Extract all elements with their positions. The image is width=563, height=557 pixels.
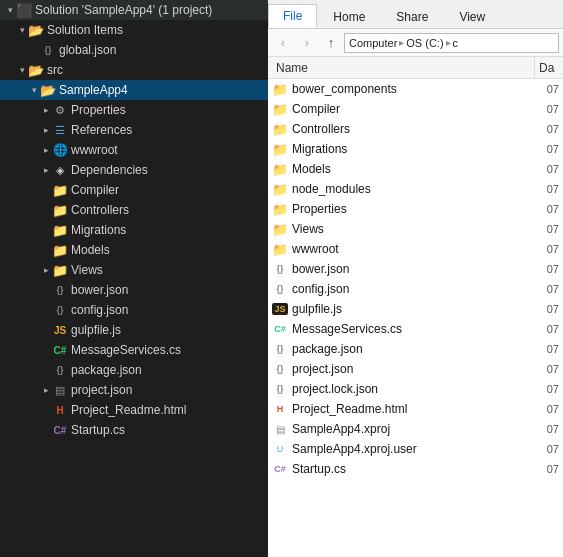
- file-row-Project_Readme-html[interactable]: HProject_Readme.html07: [268, 399, 563, 419]
- chevron-migrations[interactable]: [40, 224, 52, 236]
- tree-item-bower-json[interactable]: {}bower.json: [0, 280, 268, 300]
- ribbon-tab-share[interactable]: Share: [381, 4, 443, 28]
- tree-label-controllers: Controllers: [71, 203, 129, 217]
- tree-item-models[interactable]: 📁Models: [0, 240, 268, 260]
- chevron-properties[interactable]: [40, 104, 52, 116]
- chevron-solution[interactable]: [4, 4, 16, 16]
- file-row-project-lock-json[interactable]: {}project.lock.json07: [268, 379, 563, 399]
- tree-item-project-json[interactable]: ▤project.json: [0, 380, 268, 400]
- folder-closed-icon: 📁: [52, 222, 68, 238]
- tree-item-views[interactable]: 📁Views: [0, 260, 268, 280]
- file-row-bower_components[interactable]: 📁bower_components07: [268, 79, 563, 99]
- tree-item-sampleapp4[interactable]: 📂SampleApp4: [0, 80, 268, 100]
- tree-label-global-json: global.json: [59, 43, 116, 57]
- ribbon-tab-home[interactable]: Home: [318, 4, 380, 28]
- file-row-bower-json[interactable]: {}bower.json07: [268, 259, 563, 279]
- file-row-gulpfile-js[interactable]: JSgulpfile.js07: [268, 299, 563, 319]
- tree-item-project-readme[interactable]: HProject_Readme.html: [0, 400, 268, 420]
- address-path[interactable]: Computer ▸ OS (C:) ▸ c: [344, 33, 559, 53]
- tree-item-config-json[interactable]: {}config.json: [0, 300, 268, 320]
- file-row-package-json[interactable]: {}package.json07: [268, 339, 563, 359]
- ribbon-tab-view[interactable]: View: [444, 4, 500, 28]
- chevron-references[interactable]: [40, 124, 52, 136]
- file-row-Startup-cs[interactable]: C#Startup.cs07: [268, 459, 563, 479]
- tree-item-messageservices-cs[interactable]: C#MessageServices.cs: [0, 340, 268, 360]
- file-date-Compiler: 07: [531, 103, 559, 115]
- file-name-Startup-cs: Startup.cs: [292, 462, 531, 476]
- file-row-Controllers[interactable]: 📁Controllers07: [268, 119, 563, 139]
- file-date-SampleApp4-xproj: 07: [531, 423, 559, 435]
- tree-item-migrations[interactable]: 📁Migrations: [0, 220, 268, 240]
- file-name-Project_Readme-html: Project_Readme.html: [292, 402, 531, 416]
- chevron-startup-cs[interactable]: [40, 424, 52, 436]
- tree-item-global-json[interactable]: {}global.json: [0, 40, 268, 60]
- file-row-project-json[interactable]: {}project.json07: [268, 359, 563, 379]
- tree-item-controllers[interactable]: 📁Controllers: [0, 200, 268, 220]
- file-list[interactable]: 📁bower_components07📁Compiler07📁Controlle…: [268, 79, 563, 557]
- back-button[interactable]: ‹: [272, 32, 294, 54]
- tree-item-solution[interactable]: ⬛Solution 'SampleApp4' (1 project): [0, 0, 268, 20]
- file-row-Models[interactable]: 📁Models07: [268, 159, 563, 179]
- up-button[interactable]: ↑: [320, 32, 342, 54]
- chevron-wwwroot[interactable]: [40, 144, 52, 156]
- file-row-SampleApp4-xproj-user[interactable]: USampleApp4.xproj.user07: [268, 439, 563, 459]
- tree-label-config-json: config.json: [71, 303, 128, 317]
- tree-item-solution-items[interactable]: 📂Solution Items: [0, 20, 268, 40]
- tree-label-dependencies: Dependencies: [71, 163, 148, 177]
- json-file-icon: {}: [272, 361, 288, 377]
- file-row-SampleApp4-xproj[interactable]: ▤SampleApp4.xproj07: [268, 419, 563, 439]
- chevron-package-json[interactable]: [40, 364, 52, 376]
- forward-button[interactable]: ›: [296, 32, 318, 54]
- file-name-Properties: Properties: [292, 202, 531, 216]
- tree-item-references[interactable]: ☰References: [0, 120, 268, 140]
- file-row-node_modules[interactable]: 📁node_modules07: [268, 179, 563, 199]
- chevron-controllers[interactable]: [40, 204, 52, 216]
- tree-item-wwwroot[interactable]: 🌐wwwroot: [0, 140, 268, 160]
- chevron-messageservices-cs[interactable]: [40, 344, 52, 356]
- file-row-wwwroot[interactable]: 📁wwwroot07: [268, 239, 563, 259]
- chevron-views[interactable]: [40, 264, 52, 276]
- tree-label-project-json: project.json: [71, 383, 132, 397]
- settings-icon: ⚙: [52, 102, 68, 118]
- file-row-config-json[interactable]: {}config.json07: [268, 279, 563, 299]
- html-file-icon: H: [272, 401, 288, 417]
- chevron-solution-items[interactable]: [16, 24, 28, 36]
- ribbon-tab-file[interactable]: File: [268, 4, 317, 28]
- tree-item-package-json[interactable]: {}package.json: [0, 360, 268, 380]
- file-name-package-json: package.json: [292, 342, 531, 356]
- chevron-sampleapp4[interactable]: [28, 84, 40, 96]
- chevron-bower-json[interactable]: [40, 284, 52, 296]
- chevron-global-json[interactable]: [28, 44, 40, 56]
- chevron-models[interactable]: [40, 244, 52, 256]
- tree-item-gulpfile-js[interactable]: JSgulpfile.js: [0, 320, 268, 340]
- col-name-header[interactable]: Name: [268, 57, 535, 78]
- tree-item-properties[interactable]: ⚙Properties: [0, 100, 268, 120]
- json-file-icon: {}: [272, 261, 288, 277]
- file-row-Compiler[interactable]: 📁Compiler07: [268, 99, 563, 119]
- file-name-bower_components: bower_components: [292, 82, 531, 96]
- chevron-compiler[interactable]: [40, 184, 52, 196]
- chevron-project-readme[interactable]: [40, 404, 52, 416]
- folder-closed-icon: 📁: [52, 262, 68, 278]
- tree-item-startup-cs[interactable]: C#Startup.cs: [0, 420, 268, 440]
- chevron-config-json[interactable]: [40, 304, 52, 316]
- ref-icon: ☰: [52, 122, 68, 138]
- tree-item-src[interactable]: 📂src: [0, 60, 268, 80]
- chevron-gulpfile-js[interactable]: [40, 324, 52, 336]
- file-row-Migrations[interactable]: 📁Migrations07: [268, 139, 563, 159]
- file-row-MessageServices-cs[interactable]: C#MessageServices.cs07: [268, 319, 563, 339]
- file-name-Migrations: Migrations: [292, 142, 531, 156]
- js-file-icon: JS: [272, 301, 288, 317]
- folder-closed-icon: 📁: [52, 182, 68, 198]
- tree-label-gulpfile-js: gulpfile.js: [71, 323, 121, 337]
- file-row-Views[interactable]: 📁Views07: [268, 219, 563, 239]
- solution-icon: ⬛: [16, 2, 32, 18]
- tree-item-dependencies[interactable]: ◈Dependencies: [0, 160, 268, 180]
- chevron-src[interactable]: [16, 64, 28, 76]
- tree-label-startup-cs: Startup.cs: [71, 423, 125, 437]
- tree-item-compiler[interactable]: 📁Compiler: [0, 180, 268, 200]
- chevron-dependencies[interactable]: [40, 164, 52, 176]
- file-row-Properties[interactable]: 📁Properties07: [268, 199, 563, 219]
- chevron-project-json[interactable]: [40, 384, 52, 396]
- file-date-config-json: 07: [531, 283, 559, 295]
